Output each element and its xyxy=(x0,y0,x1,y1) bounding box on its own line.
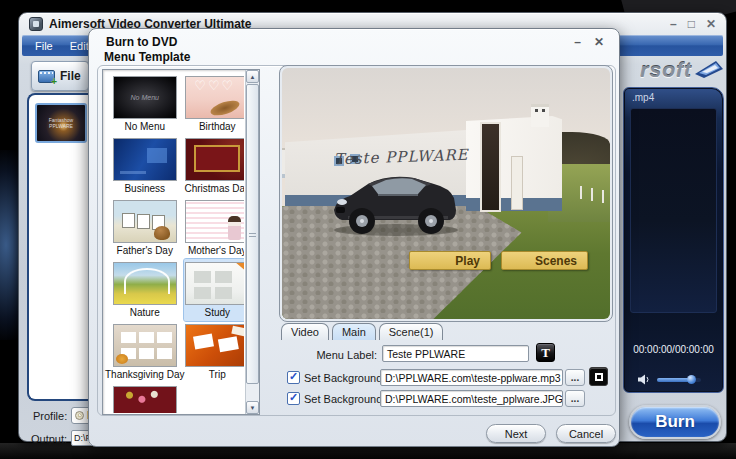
template-item[interactable]: Father's Day xyxy=(105,197,184,259)
close-icon[interactable]: ✕ xyxy=(706,18,716,30)
template-item[interactable]: Thanksgiving Day xyxy=(105,321,184,383)
stop-icon xyxy=(595,373,603,381)
template-label: Christmas Day xyxy=(184,183,244,194)
burn-to-dvd-dialog: Burn to DVD – ✕ Menu Template No Menu No… xyxy=(88,28,620,447)
photo-house-door xyxy=(482,124,499,210)
preview-tab-bar: Video Main Scene(1) xyxy=(281,323,443,340)
background-music-path-input[interactable]: D:\PPLWARE.com\teste-pplware.mp3 xyxy=(380,369,563,386)
browse-music-button[interactable]: ... xyxy=(565,369,585,386)
template-item[interactable]: Christmas Day xyxy=(184,135,244,197)
file-extension-label: .mp4 xyxy=(632,92,654,103)
dialog-close-icon[interactable]: ✕ xyxy=(594,35,604,49)
media-list-panel: Fantashow PPLWARE xyxy=(27,93,95,401)
template-thumbnail xyxy=(113,324,177,367)
menu-file[interactable]: File xyxy=(35,40,53,52)
template-thumbnail xyxy=(185,138,244,181)
template-thumbnail xyxy=(113,262,177,305)
minimize-icon[interactable]: – xyxy=(670,18,677,30)
template-thumbnail xyxy=(185,200,244,243)
menu-edit[interactable]: Edit xyxy=(70,40,89,52)
scrollbar-grip xyxy=(249,231,256,237)
template-thumbnail xyxy=(113,386,177,413)
aimersoft-logo: rsoft xyxy=(619,55,725,85)
template-label: Thanksgiving Day xyxy=(105,369,184,380)
template-list: No Menu No Menu Birthday Business Christ… xyxy=(102,69,260,415)
background-picture-checkbox[interactable] xyxy=(287,392,300,405)
aimersoft-logo-text: rsoft xyxy=(640,58,692,82)
add-video-icon xyxy=(38,70,55,83)
maximize-icon[interactable]: □ xyxy=(688,18,695,30)
video-preview-screen xyxy=(630,108,717,313)
volume-fill xyxy=(657,378,689,382)
cancel-button[interactable]: Cancel xyxy=(556,424,616,443)
photo-chimney xyxy=(531,104,549,127)
dialog-minimize-icon[interactable]: – xyxy=(574,35,581,49)
menu-label-caption: Menu Label: xyxy=(279,349,377,361)
time-display: 00:00:00/00:00:00 xyxy=(624,344,723,355)
tab-video[interactable]: Video xyxy=(281,323,329,340)
template-scrollbar[interactable]: ▲ ▼ xyxy=(245,70,259,414)
menu-play-button[interactable]: Play xyxy=(409,251,491,270)
profile-label: Profile: xyxy=(33,410,67,422)
template-label: Nature xyxy=(130,307,160,318)
template-item[interactable]: No Menu No Menu xyxy=(105,73,184,135)
template-thumbnail xyxy=(113,200,177,243)
background-music-checkbox[interactable] xyxy=(287,371,300,384)
browse-picture-button[interactable]: ... xyxy=(565,390,585,407)
background-picture-path-input[interactable]: D:\PPLWARE.com\teste_pplware.JPG xyxy=(380,390,563,407)
template-thumbnail xyxy=(185,324,244,367)
photo-side-door xyxy=(511,156,523,210)
template-item[interactable]: Mother's Day xyxy=(184,197,244,259)
menu-scenes-button[interactable]: Scenes xyxy=(501,251,588,270)
template-item[interactable] xyxy=(105,383,184,413)
template-item[interactable]: Trip xyxy=(184,321,244,383)
template-label: Trip xyxy=(209,369,226,380)
dialog-title: Burn to DVD xyxy=(106,35,177,49)
template-label: Mother's Day xyxy=(188,245,244,256)
scroll-down-icon[interactable]: ▼ xyxy=(246,401,259,414)
template-thumbnail xyxy=(185,76,244,119)
scrollbar-thumb[interactable] xyxy=(246,84,259,384)
tab-main[interactable]: Main xyxy=(332,323,376,340)
player-panel: .mp4 00:00:00/00:00:00 xyxy=(623,87,724,393)
template-item[interactable]: Birthday xyxy=(184,73,244,135)
tab-scene[interactable]: Scene(1) xyxy=(379,323,444,340)
app-icon xyxy=(29,17,43,31)
volume-knob[interactable] xyxy=(687,375,696,384)
photo-fence xyxy=(580,186,582,199)
dvd-disc-icon xyxy=(75,411,84,420)
menu-preview: Teste PPLWARE xyxy=(282,68,610,319)
aimersoft-logo-arrow-icon xyxy=(693,59,725,81)
font-button[interactable]: T xyxy=(536,343,555,362)
template-label: Business xyxy=(124,183,165,194)
template-thumbnail xyxy=(113,138,177,181)
video-clip-thumbnail[interactable]: Fantashow PPLWARE xyxy=(35,103,87,143)
volume-slider[interactable] xyxy=(657,378,701,382)
menu-label-input[interactable]: Teste PPLWARE xyxy=(382,345,529,362)
menu-preview-box: Teste PPLWARE xyxy=(279,65,613,322)
output-label: Output: xyxy=(31,433,67,445)
template-grid: No Menu No Menu Birthday Business Christ… xyxy=(104,71,244,413)
stop-music-button[interactable] xyxy=(589,367,608,386)
template-label: Father's Day xyxy=(117,245,173,256)
speaker-icon[interactable] xyxy=(638,374,651,385)
add-file-button[interactable]: File xyxy=(31,61,89,91)
template-thumbnail: No Menu xyxy=(113,76,177,119)
burn-button[interactable]: Burn xyxy=(629,405,721,439)
template-item[interactable]: Business xyxy=(105,135,184,197)
video-clip-label: Fantashow PPLWARE xyxy=(37,117,85,129)
template-item[interactable]: Nature xyxy=(105,259,184,321)
template-thumb-text: No Menu xyxy=(131,94,159,101)
template-thumbnail xyxy=(185,262,244,305)
add-file-button-label: File xyxy=(60,69,81,83)
menu-template-label: Menu Template xyxy=(104,50,190,64)
car-illustration xyxy=(328,166,464,238)
template-label: Study xyxy=(204,307,230,318)
template-item[interactable]: Study xyxy=(184,259,244,321)
scroll-up-icon[interactable]: ▲ xyxy=(246,70,259,83)
desktop: Aimersoft Video Converter Ultimate – □ ✕… xyxy=(0,0,736,459)
template-label: Birthday xyxy=(199,121,236,132)
template-label: No Menu xyxy=(124,121,165,132)
next-button[interactable]: Next xyxy=(486,424,546,443)
